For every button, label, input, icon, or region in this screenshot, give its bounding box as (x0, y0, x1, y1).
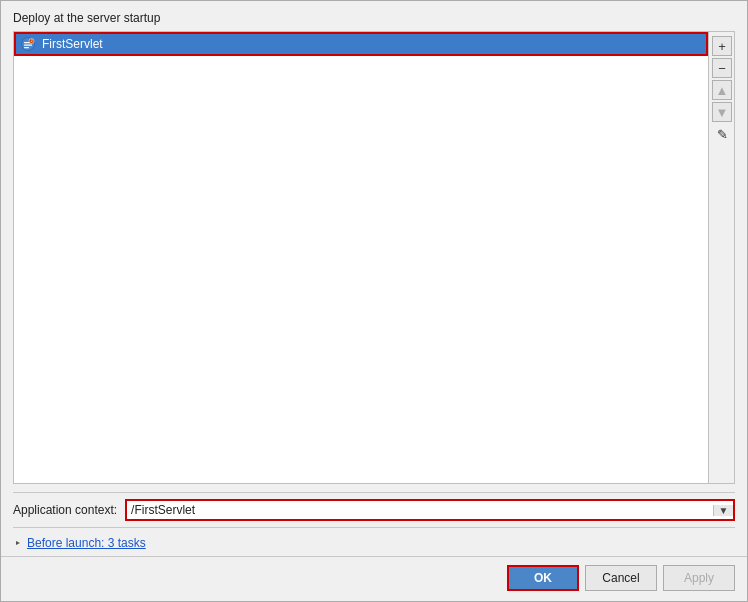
edit-button[interactable]: ✎ (712, 124, 732, 144)
deploy-list-item[interactable]: J FirstServlet (14, 32, 708, 56)
move-down-button[interactable]: ▼ (712, 102, 732, 122)
servlet-icon: J (20, 36, 36, 52)
before-launch-row: Before launch: 3 tasks (13, 528, 735, 556)
deploy-area: J FirstServlet + − ▲ ▼ ✎ (13, 31, 735, 484)
before-launch-label[interactable]: Before launch: 3 tasks (27, 536, 146, 550)
deploy-item-name: FirstServlet (42, 37, 103, 51)
move-up-button[interactable]: ▲ (712, 80, 732, 100)
footer: OK Cancel Apply (1, 556, 747, 601)
context-input-wrap: ▼ (125, 499, 735, 521)
svg-marker-6 (16, 541, 20, 545)
remove-button[interactable]: − (712, 58, 732, 78)
context-label: Application context: (13, 503, 117, 517)
cancel-button[interactable]: Cancel (585, 565, 657, 591)
side-toolbar: + − ▲ ▼ ✎ (708, 32, 734, 483)
context-dropdown-button[interactable]: ▼ (713, 505, 733, 516)
context-input[interactable] (127, 501, 713, 519)
add-button[interactable]: + (712, 36, 732, 56)
deploy-section-label: Deploy at the server startup (13, 11, 735, 25)
context-row: Application context: ▼ (13, 492, 735, 528)
dialog: Deploy at the server startup J (0, 0, 748, 602)
ok-button[interactable]: OK (507, 565, 579, 591)
main-content: Deploy at the server startup J (1, 1, 747, 556)
svg-rect-2 (24, 45, 32, 46)
expand-icon[interactable] (13, 538, 23, 548)
deploy-list: J FirstServlet (14, 32, 708, 483)
apply-button[interactable]: Apply (663, 565, 735, 591)
svg-rect-3 (24, 47, 29, 48)
